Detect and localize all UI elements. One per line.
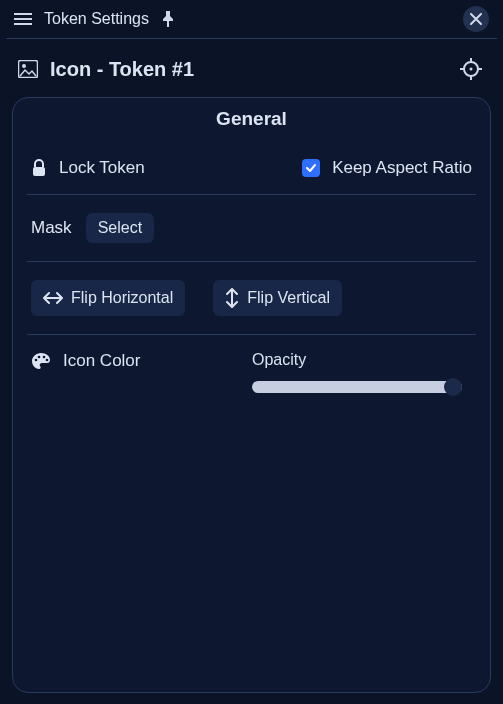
close-icon [470, 13, 482, 25]
subheader: Icon - Token #1 [0, 39, 503, 97]
flip-vertical-icon [225, 288, 239, 308]
svg-point-1 [22, 64, 26, 68]
flip-horizontal-label: Flip Horizontal [71, 289, 173, 307]
palette-icon [31, 352, 51, 370]
titlebar: Token Settings [0, 0, 503, 38]
svg-point-3 [470, 68, 473, 71]
color-opacity-row: Icon Color Opacity [13, 335, 490, 411]
panel-title: General [13, 98, 490, 142]
mask-select[interactable]: Select [86, 213, 154, 243]
icon-color-button[interactable]: Icon Color [31, 351, 140, 371]
window-title: Token Settings [44, 10, 149, 28]
opacity-label: Opacity [252, 351, 472, 369]
opacity-slider[interactable] [252, 379, 462, 395]
pin-icon[interactable] [161, 11, 175, 27]
svg-rect-4 [33, 167, 45, 176]
mask-label: Mask [31, 218, 72, 238]
token-settings-window: Token Settings Icon - Token #1 General [0, 0, 503, 704]
lock-token-label: Lock Token [59, 158, 145, 178]
menu-icon[interactable] [14, 12, 32, 26]
lock-aspect-row: Lock Token Keep Aspect Ratio [13, 142, 490, 194]
lock-token-toggle[interactable]: Lock Token [31, 158, 145, 178]
svg-point-8 [46, 359, 49, 362]
keep-aspect-label: Keep Aspect Ratio [332, 158, 472, 178]
svg-point-7 [43, 356, 46, 359]
target-button[interactable] [457, 55, 485, 83]
keep-aspect-checkbox[interactable] [302, 159, 320, 177]
icon-color-label: Icon Color [63, 351, 140, 371]
flip-vertical-button[interactable]: Flip Vertical [213, 280, 342, 316]
general-panel: General Lock Token Keep Aspect Ratio Mas… [12, 97, 491, 693]
flip-horizontal-button[interactable]: Flip Horizontal [31, 280, 185, 316]
flip-horizontal-icon [43, 291, 63, 305]
flip-row: Flip Horizontal Flip Vertical [13, 262, 490, 334]
target-icon [460, 58, 482, 80]
close-button[interactable] [463, 6, 489, 32]
keep-aspect-toggle[interactable]: Keep Aspect Ratio [302, 158, 472, 178]
svg-point-6 [38, 356, 41, 359]
page-title: Icon - Token #1 [50, 58, 194, 81]
lock-icon [31, 159, 47, 177]
image-icon [18, 60, 38, 78]
mask-row: Mask Select [13, 195, 490, 261]
flip-vertical-label: Flip Vertical [247, 289, 330, 307]
svg-point-5 [35, 359, 38, 362]
